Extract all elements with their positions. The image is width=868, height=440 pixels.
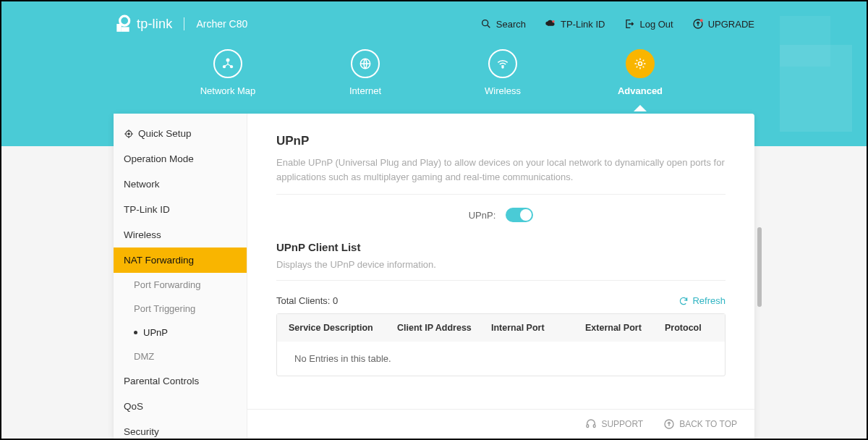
upnp-title: UPnP [276,134,726,148]
sidebar-sub-port-forwarding-label: Port Forwarding [134,279,200,290]
svg-point-8 [226,59,230,62]
tab-advanced[interactable]: Advanced [608,49,673,96]
main-tabs: Network Map Internet Wireless Advanced [1,49,867,96]
sidebar-tplink-id[interactable]: TP-Link ID [114,197,247,222]
sidebar-nat-forwarding-label: NAT Forwarding [124,255,194,266]
sidebar-sub-port-triggering[interactable]: Port Triggering [114,297,247,321]
section-divider [276,194,726,195]
svg-point-13 [639,62,642,66]
tab-network-map[interactable]: Network Map [195,49,260,96]
search-icon [480,18,492,30]
main-panel: Quick Setup Operation Mode Network TP-Li… [114,114,754,439]
col-service-desc: Service Description [289,323,397,333]
sidebar-operation-mode[interactable]: Operation Mode [114,146,247,172]
scrollbar[interactable] [757,114,762,439]
sidebar-qos-label: QoS [124,401,143,412]
logout-link[interactable]: Log Out [624,18,673,30]
total-clients-text: Total Clients: 0 [276,295,338,306]
support-icon [585,418,597,430]
upgrade-label: UPGRADE [708,19,754,30]
back-to-top-label: BACK TO TOP [679,419,737,429]
sidebar-security-label: Security [124,426,159,437]
sidebar-sub-upnp[interactable]: UPnP [114,321,247,344]
internet-icon [351,49,380,78]
svg-point-5 [552,20,554,22]
upnp-toggle-row: UPnP: [276,208,726,222]
cloud-icon [545,18,556,30]
sidebar-sub-dmz-label: DMZ [134,351,154,362]
sidebar-tplink-id-label: TP-Link ID [124,204,170,215]
sidebar: Quick Setup Operation Mode Network TP-Li… [114,114,247,439]
tab-internet[interactable]: Internet [333,49,398,96]
brand-logo: tp-link Archer C80 [114,14,247,33]
col-external-port: External Port [585,323,665,333]
arrow-up-icon [663,418,675,430]
upgrade-link[interactable]: UPGRADE [692,18,754,30]
svg-rect-2 [122,27,129,32]
client-table: Service Description Client IP Address In… [276,313,726,376]
support-link[interactable]: SUPPORT [585,418,643,430]
logout-label: Log Out [639,19,673,30]
client-list-title: UPnP Client List [276,241,726,253]
sidebar-sub-port-forwarding[interactable]: Port Forwarding [114,273,247,297]
subsection-divider [276,280,726,281]
col-internal-port: Internal Port [491,323,585,333]
sidebar-wireless[interactable]: Wireless [114,222,247,248]
upnp-toggle-label: UPnP: [469,210,496,221]
sidebar-qos[interactable]: QoS [114,394,247,419]
svg-rect-1 [116,24,122,32]
col-protocol: Protocol [665,323,713,333]
sidebar-network-label: Network [124,179,160,190]
refresh-icon [678,296,689,306]
upnp-toggle[interactable] [506,208,533,222]
tab-wireless[interactable]: Wireless [470,49,535,96]
sidebar-quick-setup[interactable]: Quick Setup [114,121,247,146]
top-links: Search TP-Link ID Log Out UPGRADE [480,18,754,30]
table-empty-row: No Entries in this table. [277,342,725,376]
back-to-top-link[interactable]: BACK TO TOP [663,418,737,430]
brand-divider [184,17,184,30]
sidebar-quick-setup-label: Quick Setup [138,128,192,139]
target-icon [124,129,134,139]
advanced-icon [626,49,655,78]
svg-rect-17 [594,425,596,428]
tpid-link[interactable]: TP-Link ID [545,18,605,30]
col-client-ip: Client IP Address [397,323,491,333]
svg-point-3 [482,20,488,26]
sidebar-sub-port-triggering-label: Port Triggering [134,303,195,314]
tab-wireless-label: Wireless [470,85,535,96]
client-list-desc: Displays the UPnP device information. [276,259,726,270]
upgrade-icon [692,18,704,30]
refresh-button[interactable]: Refresh [678,295,726,306]
sidebar-sub-upnp-label: UPnP [143,327,168,338]
tplink-logo-icon [114,14,132,33]
upnp-description: Enable UPnP (Universal Plug and Play) to… [276,156,726,184]
svg-rect-16 [587,425,589,428]
search-label: Search [496,19,526,30]
svg-line-4 [488,25,490,28]
sidebar-operation-mode-label: Operation Mode [124,153,194,164]
tab-network-map-label: Network Map [195,85,260,96]
tpid-label: TP-Link ID [561,19,605,30]
table-header: Service Description Client IP Address In… [277,314,725,342]
svg-point-15 [128,132,129,134]
sidebar-security[interactable]: Security [114,419,247,439]
model-text: Archer C80 [196,18,247,30]
wireless-icon [488,49,517,78]
sidebar-sub-dmz[interactable]: DMZ [114,344,247,368]
search-link[interactable]: Search [480,18,526,30]
svg-point-12 [502,67,503,68]
sidebar-parental-controls[interactable]: Parental Controls [114,368,247,394]
top-bar: tp-link Archer C80 Search TP-Link ID Log… [1,1,867,33]
sidebar-wireless-label: Wireless [124,229,161,240]
logout-icon [624,18,635,30]
content-area: UPnP Enable UPnP (Universal Plug and Pla… [247,114,754,439]
svg-point-7 [699,19,702,22]
sidebar-parental-controls-label: Parental Controls [124,376,199,386]
sidebar-network[interactable]: Network [114,172,247,197]
scroll-thumb[interactable] [757,227,762,307]
sidebar-nat-forwarding[interactable]: NAT Forwarding [114,248,247,273]
client-list-top: Total Clients: 0 Refresh [276,295,726,306]
tab-internet-label: Internet [333,85,398,96]
tab-advanced-label: Advanced [608,85,673,96]
